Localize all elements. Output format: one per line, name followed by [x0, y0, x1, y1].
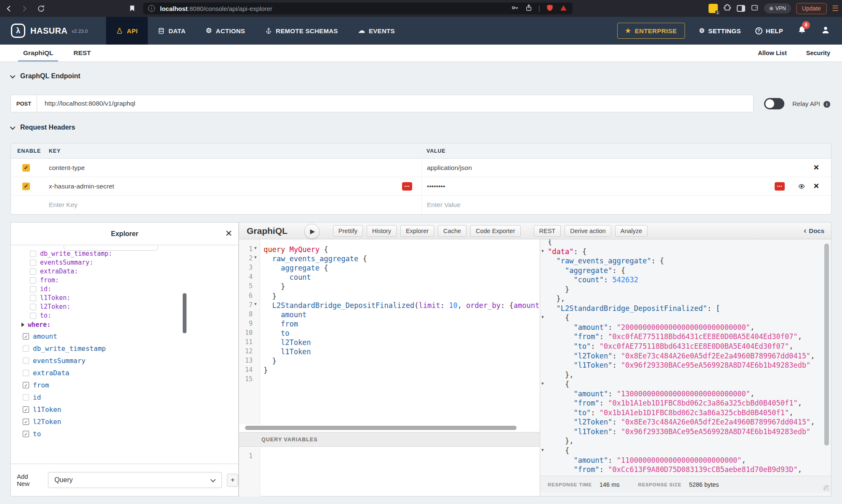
response-scrollbar[interactable]: [824, 244, 829, 446]
explorer-field-l1Token[interactable]: ✓l1Token: [23, 406, 61, 414]
query-variables-header[interactable]: QUERY VARIABLES: [239, 432, 540, 447]
explorer-field-from[interactable]: ✓from: [23, 381, 49, 389]
fold-arrow-icon[interactable]: ▾: [254, 255, 257, 260]
explorer-arg-id[interactable]: id:: [30, 285, 51, 293]
fold-arrow-icon[interactable]: ▾: [254, 245, 257, 251]
nav-item-data[interactable]: DATA: [148, 17, 196, 45]
key-icon[interactable]: [511, 4, 519, 13]
hasura-logo[interactable]: λ: [11, 24, 25, 38]
header-value[interactable]: application/json: [427, 164, 472, 172]
profile-button[interactable]: [821, 25, 830, 36]
toolbar-button-cache[interactable]: Cache: [438, 225, 466, 237]
header-value-masked[interactable]: ••••••••: [427, 183, 445, 190]
resize-grip[interactable]: [823, 485, 829, 491]
explorer-field-l2Token[interactable]: ✓l2Token: [23, 418, 61, 426]
request-headers-heading[interactable]: Request Headers: [11, 124, 75, 131]
unchecked-checkbox[interactable]: [30, 313, 36, 319]
add-operation-button[interactable]: +: [227, 474, 238, 487]
fold-arrow-icon[interactable]: ▾: [541, 248, 544, 254]
info-icon[interactable]: i: [823, 101, 830, 108]
relay-api-toggle[interactable]: [764, 98, 784, 109]
operation-type-select[interactable]: Query: [48, 472, 222, 488]
toolbar-button-analyze[interactable]: Analyze: [615, 225, 648, 237]
extension-icon[interactable]: [723, 3, 732, 14]
fold-arrow-icon[interactable]: ▾: [541, 447, 544, 453]
explorer-arg-eventsSummary[interactable]: eventsSummary:: [30, 259, 93, 266]
expand-arrow-icon[interactable]: [21, 323, 24, 327]
explorer-field-to[interactable]: ✓to: [23, 430, 41, 438]
share-icon[interactable]: [525, 4, 533, 13]
checked-checkbox[interactable]: ✓: [23, 431, 29, 437]
unchecked-checkbox[interactable]: [30, 268, 36, 275]
graphql-endpoint-heading[interactable]: GraphQL Endpoint: [11, 72, 80, 80]
explorer-arg-from[interactable]: from:: [30, 276, 59, 284]
explorer-field-extraData[interactable]: extraData: [23, 369, 69, 377]
fold-arrow-icon[interactable]: ▾: [254, 301, 257, 307]
toolbar-button-history[interactable]: History: [367, 225, 397, 237]
explorer-field-db_write_timestamp[interactable]: db_write_timestamp: [23, 345, 106, 353]
query-variables-editor[interactable]: 1: [239, 447, 540, 496]
help-button[interactable]: ? HELP: [755, 27, 783, 34]
browser-update-button[interactable]: Update: [796, 3, 827, 14]
enable-checkbox[interactable]: ✓: [22, 164, 30, 172]
nav-item-actions[interactable]: ⚙ ACTIONS: [196, 17, 255, 45]
browser-reload-icon[interactable]: [36, 4, 45, 13]
menu-icon[interactable]: ☰: [832, 5, 839, 12]
checked-checkbox[interactable]: ✓: [23, 382, 29, 388]
unchecked-checkbox[interactable]: [30, 251, 36, 257]
explorer-scrollbar[interactable]: [183, 293, 187, 333]
password-manager-icon[interactable]: •••: [402, 182, 412, 191]
wallet-icon[interactable]: [750, 4, 759, 13]
header-key[interactable]: content-type: [49, 164, 85, 172]
warning-triangle-icon[interactable]: [560, 4, 568, 13]
horizontal-scrollbar[interactable]: [245, 426, 517, 430]
explorer-field-eventsSummary[interactable]: eventsSummary: [23, 357, 85, 365]
unchecked-checkbox[interactable]: [30, 277, 36, 284]
tab-rest[interactable]: REST: [73, 45, 91, 62]
reveal-value-icon[interactable]: [797, 183, 806, 190]
unchecked-checkbox[interactable]: [30, 260, 36, 266]
remove-header-icon[interactable]: ✕: [813, 182, 819, 191]
explorer-arg-where[interactable]: where:: [21, 321, 51, 329]
execute-query-button[interactable]: ▶: [304, 224, 320, 239]
nav-item-api[interactable]: API: [106, 17, 148, 45]
toolbar-button-code-exporter[interactable]: Code Exporter: [470, 225, 521, 237]
unchecked-checkbox[interactable]: [30, 304, 36, 310]
link-security[interactable]: Security: [806, 50, 830, 56]
unchecked-checkbox[interactable]: [23, 394, 29, 401]
site-info-icon[interactable]: i: [148, 5, 155, 12]
explorer-field-amount[interactable]: ✓amount: [23, 332, 57, 340]
explorer-arg-l2Token[interactable]: l2Token:: [30, 303, 70, 310]
endpoint-url-input[interactable]: http://localhost:8080/v1/graphql: [37, 100, 135, 107]
checked-checkbox[interactable]: ✓: [23, 419, 29, 425]
toolbar-button-rest[interactable]: REST: [534, 225, 561, 237]
toolbar-button-derive-action[interactable]: Derive action: [565, 225, 611, 237]
nav-item-remote-schemas[interactable]: REMOTE SCHEMAS: [255, 17, 348, 45]
browser-back-icon[interactable]: [4, 4, 13, 13]
checked-checkbox[interactable]: ✓: [23, 406, 29, 413]
bookmark-icon[interactable]: [128, 4, 137, 13]
query-editor[interactable]: 1▾query MyQuery {2▾ raw_events_aggregate…: [239, 239, 540, 424]
notes-extension-icon[interactable]: 1: [709, 4, 718, 13]
link-allow-list[interactable]: Allow List: [758, 50, 786, 56]
new-key-input[interactable]: Enter Key: [49, 201, 421, 209]
explorer-arg-db_write_timestamp[interactable]: db_write_timestamp:: [30, 250, 112, 257]
explorer-arg-l1Token[interactable]: l1Token:: [30, 294, 70, 302]
toolbar-button-prettify[interactable]: Prettify: [333, 225, 363, 237]
remove-header-icon[interactable]: ✕: [813, 163, 819, 172]
unchecked-checkbox[interactable]: [30, 295, 36, 301]
toolbar-button-explorer[interactable]: Explorer: [400, 225, 434, 237]
unchecked-checkbox[interactable]: [23, 358, 29, 364]
explorer-arg-to[interactable]: to:: [30, 312, 51, 319]
enable-checkbox[interactable]: ✓: [22, 183, 30, 190]
password-manager-icon[interactable]: •••: [775, 182, 785, 191]
new-value-input[interactable]: Enter Value: [421, 196, 831, 214]
tab-graphiql[interactable]: GraphiQL: [23, 45, 53, 62]
settings-button[interactable]: ⚙ SETTINGS: [699, 27, 741, 34]
enterprise-button[interactable]: ★ ENTERPRISE: [617, 23, 685, 39]
explorer-field-id[interactable]: id: [23, 393, 41, 401]
header-key[interactable]: x-hasura-admin-secret: [49, 183, 114, 190]
close-explorer-icon[interactable]: ✕: [225, 228, 232, 239]
sidebar-toggle-icon[interactable]: [737, 5, 745, 12]
vpn-button[interactable]: ⊕VPN: [764, 3, 791, 13]
